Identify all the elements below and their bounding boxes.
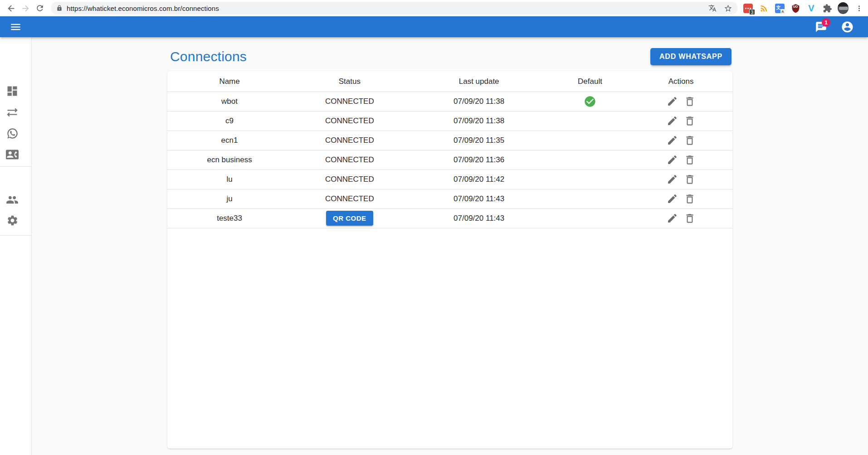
pencil-icon [667,135,678,146]
address-bar[interactable]: https://whaticket.economicros.com.br/con… [51,2,738,15]
cell-actions [629,92,732,111]
cell-default [551,189,629,208]
vimeo-extension-icon[interactable]: V [806,3,817,14]
cell-name: teste33 [167,208,292,228]
reload-icon [35,4,44,13]
edit-connection-button[interactable] [664,191,680,207]
cell-default [551,208,629,228]
edit-connection-button[interactable] [664,113,680,129]
browser-toolbar: https://whaticket.economicros.com.br/con… [0,0,868,16]
account-button[interactable] [838,18,856,36]
delete-connection-button[interactable] [682,191,697,207]
sidebar-item-contacts[interactable] [5,148,19,161]
cell-status: CONNECTED [292,169,407,189]
delete-connection-button[interactable] [682,172,697,187]
table-row: c9 CONNECTED 07/09/20 11:38 [167,111,732,131]
forward-arrow-icon [21,4,30,13]
cell-default [551,169,629,189]
browser-back-button[interactable] [4,1,18,15]
table-row: ecn1 CONNECTED 07/09/20 11:35 [167,131,732,150]
people-icon [6,194,19,206]
sync-alt-icon [6,106,19,119]
extension-count-badge: 3 [749,9,755,15]
sidebar-item-dashboard[interactable] [5,84,19,98]
status-text: CONNECTED [325,136,374,145]
main-content: Connections ADD WHATSAPP Name Status Las… [32,37,868,455]
delete-connection-button[interactable] [682,152,697,168]
pencil-icon [667,115,678,126]
menu-icon [10,21,22,33]
cell-status: CONNECTED [292,150,407,169]
trash-icon [684,154,696,166]
account-circle-icon [841,20,854,34]
pencil-icon [667,193,678,204]
trash-icon [684,135,696,146]
edit-connection-button[interactable] [664,211,680,226]
sidebar-item-connections[interactable] [5,106,19,119]
delete-connection-button[interactable] [682,113,697,129]
trash-icon [684,174,696,185]
whatsapp-icon [6,127,19,140]
connections-table-body: wbot CONNECTED 07/09/20 11:38 c9 CONNECT… [167,92,732,228]
cell-status: CONNECTED [292,131,407,150]
table-header-row: Name Status Last update Default Actions [167,72,732,92]
cell-status: CONNECTED [292,111,407,131]
kebab-menu-icon[interactable] [853,3,864,14]
edit-connection-button[interactable] [664,133,680,148]
rss-extension-icon[interactable] [758,3,769,14]
cell-name: lu [167,169,292,189]
column-header-status: Status [292,72,407,92]
add-whatsapp-button[interactable]: ADD WHATSAPP [650,48,731,65]
cell-actions [629,189,732,208]
cell-last-update: 07/09/20 11:42 [408,169,551,189]
cell-actions [629,169,732,189]
cell-name: ju [167,189,292,208]
column-header-last-update: Last update [408,72,551,92]
column-header-name: Name [167,72,292,92]
cell-name: wbot [167,92,292,111]
cell-last-update: 07/09/20 11:35 [408,131,551,150]
cell-last-update: 07/09/20 11:43 [408,208,551,228]
trash-icon [684,193,696,205]
google-translate-extension-icon[interactable]: 文A [774,3,785,14]
profile-avatar[interactable] [838,3,848,14]
delete-connection-button[interactable] [682,211,697,226]
notification-badge: 1 [822,18,830,27]
ublock-shield-extension-icon[interactable]: UO [790,3,801,14]
qr-code-button[interactable]: QR CODE [326,211,373,226]
pencil-icon [667,174,678,185]
browser-reload-button[interactable] [33,1,47,15]
lock-icon [56,5,63,11]
table-row: ju CONNECTED 07/09/20 11:43 [167,189,732,208]
pencil-icon [667,213,678,224]
url-text: https://whaticket.economicros.com.br/con… [67,5,219,12]
cell-default [551,131,629,150]
sidebar-divider [0,235,31,236]
hamburger-menu-button[interactable] [6,18,24,36]
cell-last-update: 07/09/20 11:38 [408,111,551,131]
default-check-icon [584,95,596,108]
delete-connection-button[interactable] [682,94,697,109]
edit-connection-button[interactable] [664,172,680,187]
edit-connection-button[interactable] [664,94,680,109]
pencil-icon [667,96,678,107]
cell-default [551,92,629,111]
sidebar-item-users[interactable] [5,193,19,207]
edit-connection-button[interactable] [664,152,680,168]
status-text: CONNECTED [325,194,374,203]
sidebar-item-tickets[interactable] [5,126,19,140]
puzzle-extensions-icon[interactable] [822,3,833,14]
red-dots-extension-icon[interactable]: 3 [742,3,753,14]
table-row: wbot CONNECTED 07/09/20 11:38 [167,92,732,111]
notifications-chat-button[interactable]: 1 [812,18,830,36]
translate-page-icon[interactable] [708,4,717,12]
sidebar-item-settings[interactable] [5,213,19,227]
delete-connection-button[interactable] [682,133,697,148]
bookmark-star-icon[interactable] [724,4,732,13]
browser-forward-button[interactable] [18,1,33,15]
cell-name: ecn1 [167,131,292,150]
sidebar [0,37,32,455]
cell-last-update: 07/09/20 11:43 [408,189,551,208]
cell-actions [629,131,732,150]
connections-table: Name Status Last update Default Actions … [167,72,732,228]
